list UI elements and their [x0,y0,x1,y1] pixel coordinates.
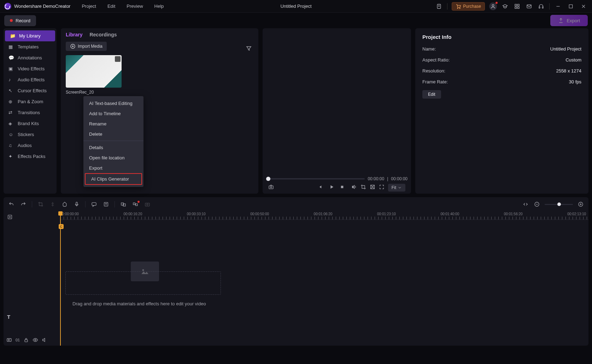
transitions-icon: ⇄ [8,110,14,115]
text-track-icon[interactable]: T [7,314,10,320]
svg-rect-7 [517,7,519,8]
app-grid-icon[interactable] [513,2,521,10]
record-dot-icon [10,19,13,22]
sidebar-item-video-effects[interactable]: ▣Video Effects [4,63,57,74]
fit-dropdown[interactable]: Fit [388,184,405,192]
sidebar-item-label: Effects Packs [18,154,46,159]
headphones-icon[interactable] [537,2,545,10]
project-title: Untitled Project [280,4,311,9]
timeline-ruler[interactable]: 00:00:00:00 00:00:16:20 00:00:33:10 00:0… [60,211,588,220]
sidebar-item-my-library[interactable]: 📁My Library [5,30,55,41]
zoom-in-button[interactable] [577,201,584,207]
svg-rect-4 [515,4,517,6]
info-label: Name: [422,46,436,52]
tab-library[interactable]: Library [66,32,82,37]
marker-button[interactable] [61,201,68,207]
volume-icon[interactable] [351,184,357,191]
ctx-ai-clips-generator[interactable]: AI Clips Generator [85,173,142,185]
svg-point-2 [459,8,460,8]
account-icon[interactable] [489,2,497,10]
video-track-icon[interactable] [6,337,12,343]
crop-icon[interactable] [361,184,366,191]
sidebar-item-effects-packs[interactable]: ✦Effects Packs [4,151,57,162]
sidebar-item-audio-effects[interactable]: ♪Audio Effects [4,74,57,85]
split-button[interactable] [49,201,56,207]
sidebar-item-brand-kits[interactable]: ◈Brand Kits [4,118,57,129]
stop-button[interactable] [339,184,345,191]
media-item[interactable]: ScreenRec_20 [66,55,122,95]
add-track-button[interactable] [4,211,25,224]
drop-hint-text: Drag and drop media materials and effect… [72,301,206,306]
zoom-out-button[interactable] [533,201,540,207]
sidebar-item-pan-zoom[interactable]: ⊕Pan & Zoom [4,96,57,107]
play-button[interactable] [329,184,334,191]
notes-icon[interactable] [435,2,443,10]
menu-preview[interactable]: Preview [127,4,143,9]
snapshot-tool-button[interactable] [144,201,151,207]
sidebar: 📁My Library ▦Templates 💬Annotations ▣Vid… [4,28,57,194]
ctx-export[interactable]: Export [83,163,143,173]
mail-icon[interactable] [525,2,533,10]
sidebar-item-stickers[interactable]: ☺Stickers [4,129,57,140]
ctx-ai-text-editing[interactable]: AI Text-based Editing [83,98,143,108]
minimize-button[interactable] [554,2,562,11]
sidebar-item-transitions[interactable]: ⇄Transitions [4,107,57,118]
zoom-slider[interactable] [545,204,573,205]
prev-frame-button[interactable] [318,184,324,191]
close-button[interactable] [579,2,588,11]
graduation-icon[interactable] [501,2,509,10]
filter-icon[interactable] [246,45,252,53]
import-media-button[interactable]: Import Media [66,42,107,51]
export-button[interactable]: Export [550,15,588,26]
fit-timeline-button[interactable] [522,201,529,207]
ctx-add-to-timeline[interactable]: Add to Timeline [83,108,143,119]
svg-rect-9 [539,7,540,8]
cursor-effects-icon: ↖ [8,88,14,93]
ctx-delete[interactable]: Delete [83,129,143,139]
speech-bubble-button[interactable] [90,201,98,207]
svg-rect-5 [517,4,519,6]
safe-zone-icon[interactable] [370,184,375,191]
text-card-button[interactable] [102,201,110,207]
svg-rect-10 [542,7,543,8]
timeline-drop-zone[interactable] [65,271,221,295]
menu-edit[interactable]: Edit [107,4,115,9]
ctx-open-file-location[interactable]: Open file location [83,153,143,163]
maximize-button[interactable] [567,2,575,11]
record-button[interactable]: Record [4,15,36,26]
sidebar-item-label: My Library [19,33,41,39]
fullscreen-icon[interactable] [379,184,385,191]
ctx-separator [83,141,143,141]
sidebar-item-label: Brand Kits [18,121,39,126]
time-sep: | [387,176,388,181]
menu-help[interactable]: Help [154,4,164,9]
redo-button[interactable] [20,201,27,207]
crop-tool-button[interactable] [37,201,44,207]
sidebar-item-label: Cursor Effects [18,88,47,93]
snapshot-icon[interactable] [268,184,274,191]
tab-recordings[interactable]: Recordings [89,32,117,37]
pan-zoom-icon: ⊕ [8,99,14,104]
edit-project-button[interactable]: Edit [422,90,441,99]
sidebar-item-audios[interactable]: ♫Audios [4,140,57,151]
group-button[interactable] [120,201,127,207]
purchase-label: Purchase [463,4,481,9]
voiceover-button[interactable] [73,201,80,207]
timeline-body[interactable]: 00:00:00:00 00:00:16:20 00:00:33:10 00:0… [25,211,588,346]
menu-project[interactable]: Project [82,4,96,9]
annotations-icon: 💬 [8,55,14,60]
sidebar-item-templates[interactable]: ▦Templates [4,41,57,52]
sidebar-item-annotations[interactable]: 💬Annotations [4,52,57,63]
timeline: T 01 00:00:00:00 00:00:16:20 00:00:33:10… [4,211,588,346]
ctx-rename[interactable]: Rename [83,119,143,129]
sidebar-item-cursor-effects[interactable]: ↖Cursor Effects [4,85,57,96]
undo-button[interactable] [8,201,15,207]
chevron-down-icon [398,186,402,190]
purchase-button[interactable]: Purchase [452,2,485,11]
info-value: 2558 x 1274 [556,68,581,74]
ctx-details[interactable]: Details [83,142,143,153]
playhead-marker-icon[interactable]: C [59,224,64,229]
seek-slider[interactable] [266,178,365,180]
ai-tools-button[interactable] [132,201,139,207]
playhead[interactable] [60,211,61,346]
